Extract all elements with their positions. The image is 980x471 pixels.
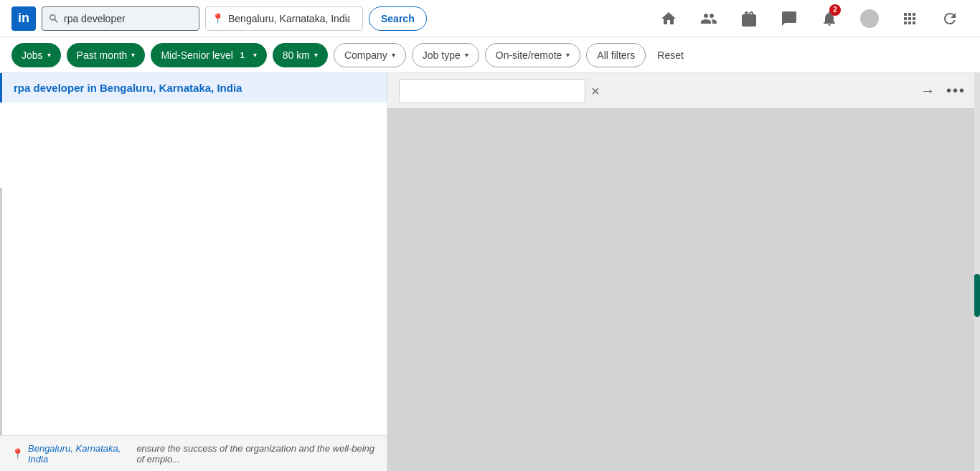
right-panel-content xyxy=(387,73,980,471)
nav-notifications[interactable]: 2 xyxy=(811,0,848,37)
job-type-chevron-icon: ▾ xyxy=(465,51,468,59)
nav-home[interactable] xyxy=(650,0,687,37)
job-title: rpa developer in Bengaluru, Karnataka, I… xyxy=(14,82,375,94)
main-content: rpa developer in Bengaluru, Karnataka, I… xyxy=(0,73,980,471)
jobs-chevron-icon: ▾ xyxy=(47,51,51,59)
location-input[interactable] xyxy=(228,13,350,24)
distance-filter-button[interactable]: 80 km ▾ xyxy=(273,43,328,67)
job-list-item[interactable]: rpa developer in Bengaluru, Karnataka, I… xyxy=(0,73,387,103)
location-pin-icon: 📍 xyxy=(212,13,224,24)
experience-badge: 1 xyxy=(236,49,249,62)
left-panel: rpa developer in Bengaluru, Karnataka, I… xyxy=(0,73,387,471)
reset-button[interactable]: Reset xyxy=(651,43,689,67)
past-month-filter-button[interactable]: Past month ▾ xyxy=(67,43,146,67)
location-pin-small-icon: 📍 xyxy=(11,448,24,460)
past-month-chevron-icon: ▾ xyxy=(131,51,135,59)
right-panel-forward-button[interactable]: → xyxy=(918,80,938,102)
all-filters-button[interactable]: All filters xyxy=(586,43,646,67)
search-button[interactable]: Search xyxy=(369,6,427,31)
experience-level-filter-button[interactable]: Mid-Senior level 1 ▾ xyxy=(151,43,266,67)
company-chevron-icon: ▾ xyxy=(392,51,395,59)
nav-apps[interactable] xyxy=(891,0,928,37)
right-panel-search-input[interactable] xyxy=(399,79,585,103)
nav-advertise[interactable] xyxy=(931,0,969,37)
top-nav: in 📍 Search 2 xyxy=(0,0,980,37)
nav-messaging[interactable] xyxy=(771,0,808,37)
scrollbar-thumb[interactable] xyxy=(974,274,980,317)
linkedin-logo[interactable]: in xyxy=(11,6,36,31)
distance-chevron-icon: ▾ xyxy=(314,51,318,59)
right-panel-scrollbar[interactable] xyxy=(974,73,980,471)
nav-icons: 2 xyxy=(650,0,969,37)
job-bottom-bar: 📍 Bengaluru, Karnataka, India ensure the… xyxy=(0,435,387,471)
location-bar: 📍 xyxy=(205,6,363,31)
company-filter-button[interactable]: Company ▾ xyxy=(334,43,406,67)
onsite-remote-filter-button[interactable]: On-site/remote ▾ xyxy=(485,43,581,67)
nav-network[interactable] xyxy=(690,0,727,37)
right-panel-top-bar: × → ••• xyxy=(387,73,980,109)
experience-chevron-icon: ▾ xyxy=(253,51,257,59)
avatar xyxy=(860,9,879,28)
left-divider xyxy=(0,188,2,442)
nav-profile[interactable] xyxy=(851,0,888,37)
job-description-snippet: ensure the success of the organization a… xyxy=(136,443,375,465)
notification-badge: 2 xyxy=(829,4,841,16)
right-panel: × → ••• xyxy=(387,73,980,471)
right-panel-more-button[interactable]: ••• xyxy=(943,80,969,102)
nav-jobs[interactable] xyxy=(730,0,768,37)
onsite-chevron-icon: ▾ xyxy=(566,51,570,59)
search-input[interactable] xyxy=(64,13,186,24)
search-icon xyxy=(48,13,60,24)
search-bar xyxy=(42,6,199,31)
filter-bar: Jobs ▾ Past month ▾ Mid-Senior level 1 ▾… xyxy=(0,37,980,73)
job-type-filter-button[interactable]: Job type ▾ xyxy=(412,43,479,67)
right-panel-close-button[interactable]: × xyxy=(591,84,600,98)
jobs-filter-button[interactable]: Jobs ▾ xyxy=(11,43,61,67)
job-location-text: Bengaluru, Karnataka, India xyxy=(28,443,125,465)
